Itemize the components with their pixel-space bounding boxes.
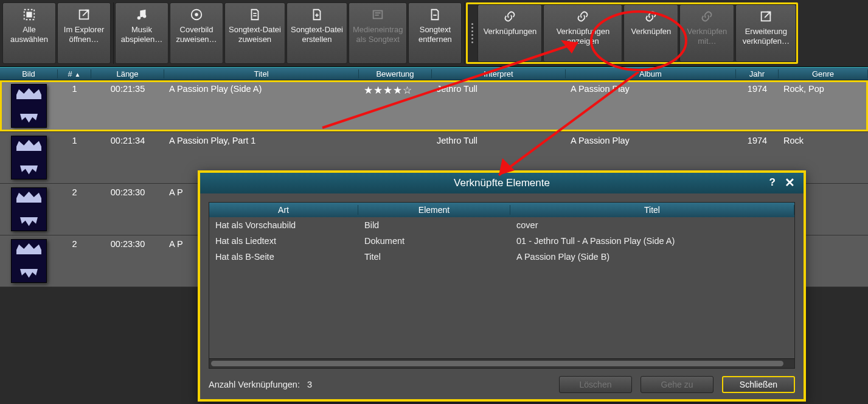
col-bild[interactable]: Bild (0, 69, 58, 78)
tb-label: Im Explorer öffnen… (64, 25, 104, 45)
select-all-icon (23, 8, 36, 21)
link-icon (644, 10, 658, 23)
file-plus-icon (310, 8, 324, 21)
col-artist[interactable]: Interpret (432, 69, 566, 78)
cell-title: A Passion Play, Part 1 (164, 136, 359, 145)
file-remove-icon (428, 8, 442, 21)
svg-rect-1 (27, 12, 31, 16)
tb-label: Verknüpfen (631, 27, 672, 37)
cell-tit: A Passion Play (Side B) (510, 252, 794, 262)
dialog-column-headers: Art Element Titel (209, 203, 794, 217)
play-music-button[interactable]: Musik abspielen… (115, 2, 168, 64)
cell-album: A Passion Play (566, 136, 736, 145)
select-all-button[interactable]: Alle auswählen (2, 2, 56, 64)
svg-point-6 (195, 13, 198, 16)
col-rating[interactable]: Bewertung (359, 69, 432, 78)
remove-lyrics-button[interactable]: Songtext entfernen (408, 2, 462, 64)
media-as-lyrics-button: Medieneintrag als Songtext (349, 2, 407, 64)
toolbar-group-selection: Alle auswählen Im Explorer öffnen… (2, 2, 114, 64)
create-lyrics-file-button[interactable]: Songtext-Datei erstellen (286, 2, 347, 64)
disc-icon (190, 8, 203, 21)
dialog-row[interactable]: Hat als Liedtext Dokument 01 - Jethro Tu… (209, 233, 794, 249)
col-genre[interactable]: Genre (779, 69, 868, 78)
media-text-icon (371, 8, 384, 21)
tb-label: Songtext-Datei erstellen (291, 25, 343, 45)
tb-label: Verknüpfen mit… (687, 27, 727, 47)
cell-len: 00:21:35 (91, 84, 164, 94)
table-row[interactable]: 1 00:21:35 A Passion Play (Side A) ★★★★☆… (0, 80, 868, 132)
tb-label: Alle auswählen (10, 25, 48, 45)
open-external-icon (77, 8, 91, 21)
col-num[interactable]: # ▲ (58, 69, 91, 78)
cell-len: 00:23:30 (91, 187, 164, 197)
cell-num: 1 (58, 136, 91, 145)
toolbar-drag-handle[interactable] (468, 4, 476, 62)
show-links-button[interactable]: Verknüpfungen anzeigen (543, 4, 622, 62)
col-len[interactable]: Länge (91, 69, 164, 78)
link-extension-button[interactable]: Erweiterung verknüpfen… (735, 4, 796, 62)
link-count: Anzahl Verknüpfungen: 3 (209, 380, 312, 389)
cell-num: 2 (58, 239, 91, 249)
main-toolbar: Alle auswählen Im Explorer öffnen… Musik… (0, 0, 868, 67)
close-icon[interactable]: ✕ (785, 175, 795, 190)
cell-year: 1974 (736, 84, 779, 94)
assign-lyrics-file-button[interactable]: Songtext-Datei zuweisen (224, 2, 285, 64)
dialog-row[interactable]: Hat als B-Seite Titel A Passion Play (Si… (209, 249, 794, 265)
toolbar-links-highlight: Verknüpfungen Verknüpfungen anzeigen Ver… (466, 2, 798, 64)
cell-artist: Jethro Tull (432, 136, 566, 145)
svg-point-3 (137, 16, 141, 20)
col-year[interactable]: Jahr (736, 69, 779, 78)
cover-thumbnail (11, 187, 47, 231)
cell-len: 00:21:34 (91, 136, 164, 145)
tb-label: Verknüpfungen (484, 27, 536, 37)
toolbar-group-media: Musik abspielen… Coverbild zuweisen… Son… (115, 2, 465, 64)
cover-thumbnail (11, 84, 47, 128)
link-button[interactable]: Verknüpfen (623, 4, 678, 62)
dlg-col-el[interactable]: Element (358, 205, 510, 215)
help-icon[interactable]: ? (769, 176, 776, 189)
dlg-col-tit[interactable]: Titel (510, 205, 794, 215)
cell-el: Titel (358, 252, 510, 262)
dialog-title: Verknüpfte Elemente (454, 177, 550, 189)
link-icon (503, 10, 516, 23)
delete-button: Löschen (559, 376, 632, 393)
cover-thumbnail (11, 239, 47, 283)
cell-art: Hat als Vorschaubild (209, 220, 358, 230)
linked-elements-dialog: Verknüpfte Elemente ? ✕ Art Element Tite… (198, 170, 806, 402)
cell-tit: 01 - Jethro Tull - A Passion Play (Side … (510, 236, 794, 246)
link-icon (576, 10, 589, 23)
dialog-hscrollbar[interactable] (209, 358, 794, 368)
goto-button: Gehe zu (641, 376, 713, 393)
tb-label: Erweiterung verknüpfen… (743, 27, 790, 47)
close-button[interactable]: Schließen (722, 376, 795, 393)
links-button[interactable]: Verknüpfungen (477, 4, 542, 62)
cell-art: Hat als B-Seite (209, 252, 358, 262)
dlg-col-art[interactable]: Art (209, 205, 358, 215)
cell-title: A Passion Play (Side A) (164, 84, 359, 94)
tb-label: Songtext-Datei zuweisen (229, 25, 281, 45)
cell-len: 00:23:30 (91, 239, 164, 249)
cell-num: 1 (58, 84, 91, 94)
link-with-button: Verknüpfen mit… (679, 4, 734, 62)
col-title[interactable]: Titel (164, 69, 359, 78)
col-album[interactable]: Album (566, 69, 736, 78)
tb-label: Coverbild zuweisen… (176, 25, 217, 45)
cell-album: A Passion Play (566, 84, 736, 94)
tb-label: Medieneintrag als Songtext (353, 25, 403, 45)
file-text-icon (248, 8, 262, 21)
dialog-titlebar[interactable]: Verknüpfte Elemente ? ✕ (200, 173, 804, 193)
cover-thumbnail (11, 136, 47, 179)
link-icon (700, 10, 713, 23)
open-explorer-button[interactable]: Im Explorer öffnen… (57, 2, 111, 64)
cell-artist: Jethro Tull (432, 84, 566, 94)
column-headers: Bild # ▲ Länge Titel Bewertung Interpret… (0, 67, 868, 80)
dialog-table: Art Element Titel Hat als Vorschaubild B… (209, 202, 795, 369)
link-ext-icon (759, 10, 773, 23)
cell-el: Bild (358, 220, 510, 230)
svg-point-4 (143, 15, 147, 18)
music-note-icon (135, 8, 148, 21)
assign-cover-button[interactable]: Coverbild zuweisen… (170, 2, 223, 64)
cell-tit: cover (510, 220, 794, 230)
cell-el: Dokument (358, 236, 510, 246)
dialog-row[interactable]: Hat als Vorschaubild Bild cover (209, 217, 794, 233)
